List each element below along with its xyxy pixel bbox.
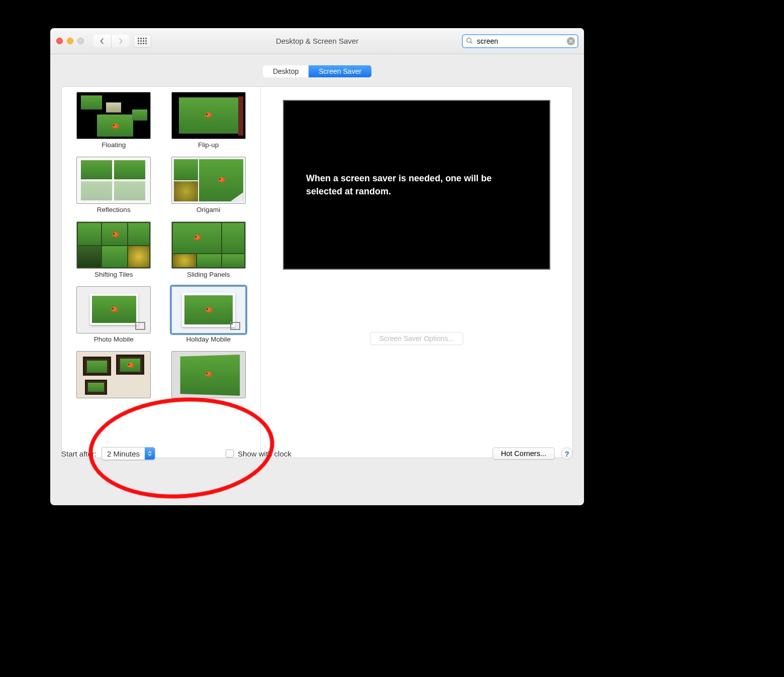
search-icon	[466, 37, 473, 46]
preferences-window: Desktop & Screen Saver Desktop Screen Sa…	[50, 28, 584, 505]
saver-label: Floating	[102, 141, 126, 149]
preview-pane: When a screen saver is needed, one will …	[261, 87, 572, 458]
zoom-button	[77, 38, 84, 44]
saver-label: Origami	[197, 206, 220, 213]
search-field-wrap	[462, 35, 578, 48]
search-input[interactable]	[462, 35, 578, 48]
grid-icon	[138, 38, 147, 44]
saver-reflections[interactable]: Reflections	[73, 157, 155, 219]
saver-label: Sliding Panels	[187, 271, 230, 278]
nav-buttons	[93, 35, 129, 48]
saver-flip-up[interactable]: Flip-up	[168, 92, 250, 155]
start-after-value: 2 Minutes	[107, 449, 140, 458]
forward-button[interactable]	[111, 35, 129, 48]
preview-message: When a screen saver is needed, one will …	[306, 172, 527, 198]
tab-desktop[interactable]: Desktop	[263, 65, 309, 77]
saver-origami[interactable]: Origami	[168, 157, 250, 219]
content-area: Floating Flip-up Ref	[61, 86, 573, 458]
chevron-right-icon	[118, 38, 124, 44]
tab-screen-saver[interactable]: Screen Saver	[309, 65, 371, 77]
show-all-button[interactable]	[133, 35, 151, 48]
saver-shifting-tiles[interactable]: Shifting Tiles	[73, 221, 155, 284]
saver-sliding-panels[interactable]: Sliding Panels	[168, 221, 250, 284]
screensaver-preview[interactable]: When a screen saver is needed, one will …	[283, 100, 550, 270]
start-after-label: Start after:	[61, 449, 96, 458]
show-with-clock-label: Show with clock	[238, 449, 291, 458]
screensaver-list[interactable]: Floating Flip-up Ref	[62, 87, 261, 458]
hot-corners-button[interactable]: Hot Corners...	[493, 447, 555, 460]
saver-label: Shifting Tiles	[94, 271, 133, 278]
saver-label: Flip-up	[198, 141, 219, 149]
saver-photo-mobile[interactable]: Photo Mobile	[73, 286, 155, 349]
help-button[interactable]: ?	[561, 447, 573, 460]
svg-line-1	[470, 42, 472, 43]
tab-row: Desktop Screen Saver	[50, 54, 584, 83]
saver-label: Holiday Mobile	[186, 335, 231, 343]
footer-controls: Start after: 2 Minutes Show with clock H…	[61, 441, 573, 466]
chevron-left-icon	[99, 38, 105, 44]
saver-label: Photo Mobile	[94, 335, 134, 343]
titlebar: Desktop & Screen Saver	[50, 28, 584, 54]
saver-holiday-mobile[interactable]: Holiday Mobile	[168, 286, 250, 349]
start-after-dropdown[interactable]: 2 Minutes	[102, 447, 155, 460]
saver-floating[interactable]: Floating	[73, 92, 155, 155]
screensaver-options-button: Screen Saver Options...	[370, 332, 464, 345]
clear-search-button[interactable]	[567, 37, 575, 45]
show-with-clock-checkbox[interactable]	[226, 449, 234, 458]
saver-item-partial-2[interactable]	[168, 351, 250, 398]
saver-label: Reflections	[97, 206, 131, 213]
window-controls	[56, 38, 84, 44]
tab-segmented-control: Desktop Screen Saver	[263, 65, 371, 77]
saver-item-partial[interactable]	[73, 351, 155, 398]
x-icon	[569, 39, 573, 43]
close-button[interactable]	[56, 38, 63, 44]
back-button[interactable]	[93, 35, 111, 48]
dropdown-arrows-icon	[145, 447, 155, 460]
minimize-button[interactable]	[67, 38, 73, 44]
